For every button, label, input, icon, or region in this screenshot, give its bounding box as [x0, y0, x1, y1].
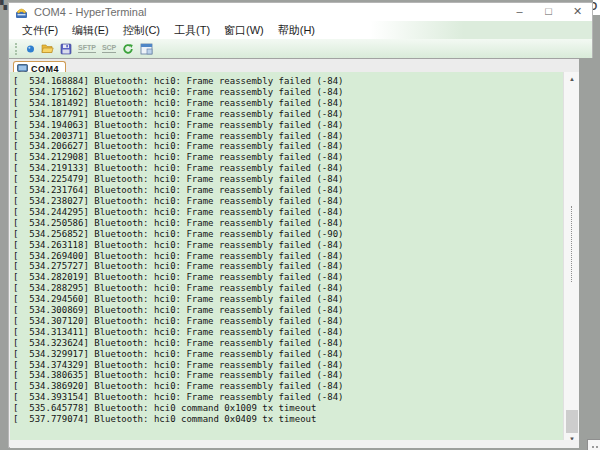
- vertical-scrollbar[interactable]: ▲ ▼: [563, 72, 579, 447]
- desktop: ▚ D COM4 - HyperTerminal – □ ✕ 文件(F)编辑(E…: [0, 0, 600, 450]
- toolbar: SFTP SCP: [9, 39, 592, 58]
- maximize-button[interactable]: □: [534, 3, 563, 21]
- terminal-line: [ 534.250586] Bluetooth: hci0: Frame rea…: [13, 218, 563, 229]
- background-window-fragment: [587, 439, 600, 450]
- terminal-line: [ 534.329917] Bluetooth: hci0: Frame rea…: [13, 349, 563, 360]
- scrollbar-thumb[interactable]: [566, 410, 578, 433]
- menu-item[interactable]: 工具(T): [167, 21, 217, 39]
- terminal-line: [ 534.187791] Bluetooth: hci0: Frame rea…: [13, 109, 563, 120]
- terminal-line: [ 534.256852] Bluetooth: hci0: Frame rea…: [13, 229, 563, 240]
- sftp-button[interactable]: SFTP: [78, 44, 96, 53]
- terminal-line: [ 534.212908] Bluetooth: hci0: Frame rea…: [13, 152, 563, 163]
- terminal-line: [ 534.238027] Bluetooth: hci0: Frame rea…: [13, 196, 563, 207]
- save-floppy-icon[interactable]: [57, 41, 75, 57]
- menu-item[interactable]: 窗口(W): [217, 21, 271, 39]
- menu-item[interactable]: 帮助(H): [271, 21, 322, 39]
- toolbar-grip[interactable]: [15, 43, 18, 55]
- session-window-icon[interactable]: [137, 41, 156, 57]
- terminal-line: [ 534.288295] Bluetooth: hci0: Frame rea…: [13, 283, 563, 294]
- terminal-line: [ 537.779074] Bluetooth: hci0 command 0x…: [13, 414, 563, 425]
- menu-item[interactable]: 文件(F): [15, 21, 65, 39]
- open-folder-icon[interactable]: [38, 41, 57, 57]
- terminal-line: [ 534.386920] Bluetooth: hci0: Frame rea…: [13, 381, 563, 392]
- terminal-line: [ 534.269400] Bluetooth: hci0: Frame rea…: [13, 251, 563, 262]
- app-icon: [15, 6, 28, 19]
- terminal-line: [ 534.393154] Bluetooth: hci0: Frame rea…: [13, 392, 563, 403]
- scrollbar-marks: [571, 206, 572, 282]
- minimize-button[interactable]: –: [505, 3, 534, 21]
- terminal-line: [ 534.300869] Bluetooth: hci0: Frame rea…: [13, 305, 563, 316]
- scp-button[interactable]: SCP: [102, 44, 116, 53]
- terminal-line: [ 534.206627] Bluetooth: hci0: Frame rea…: [13, 141, 563, 152]
- window-controls: – □ ✕: [505, 3, 592, 21]
- menu-bar: 文件(F)编辑(E)控制(C)工具(T)窗口(W)帮助(H): [9, 21, 592, 39]
- hyperterminal-window: COM4 - HyperTerminal – □ ✕ 文件(F)编辑(E)控制(…: [8, 2, 593, 448]
- terminal-line: [ 534.181492] Bluetooth: hci0: Frame rea…: [13, 98, 563, 109]
- terminal-line: [ 534.263118] Bluetooth: hci0: Frame rea…: [13, 240, 563, 251]
- terminal-line: [ 534.244295] Bluetooth: hci0: Frame rea…: [13, 207, 563, 218]
- window-bottom-strip: [10, 440, 579, 448]
- background-window-fragment: ▚: [0, 0, 8, 10]
- background-window-fragment: D: [593, 0, 600, 15]
- terminal-line: [ 534.194063] Bluetooth: hci0: Frame rea…: [13, 120, 563, 131]
- window-title: COM4 - HyperTerminal: [34, 6, 146, 18]
- terminal-line: [ 534.175162] Bluetooth: hci0: Frame rea…: [13, 87, 563, 98]
- terminal-line: [ 534.231764] Bluetooth: hci0: Frame rea…: [13, 185, 563, 196]
- scroll-up-icon[interactable]: ▲: [564, 72, 580, 86]
- terminal-output[interactable]: [ 534.168884] Bluetooth: hci0: Frame rea…: [10, 72, 563, 440]
- terminal-line: [ 534.168884] Bluetooth: hci0: Frame rea…: [13, 76, 563, 87]
- terminal-line: [ 534.200371] Bluetooth: hci0: Frame rea…: [13, 131, 563, 142]
- terminal-line: [ 534.374329] Bluetooth: hci0: Frame rea…: [13, 360, 563, 371]
- terminal-line: [ 534.225479] Bluetooth: hci0: Frame rea…: [13, 174, 563, 185]
- terminal-line: [ 534.294560] Bluetooth: hci0: Frame rea…: [13, 294, 563, 305]
- window-dead-space: [579, 58, 593, 448]
- close-button[interactable]: ✕: [563, 3, 592, 21]
- title-bar[interactable]: COM4 - HyperTerminal – □ ✕: [9, 3, 592, 21]
- terminal-line: [ 534.275727] Bluetooth: hci0: Frame rea…: [13, 261, 563, 272]
- connect-ball-icon[interactable]: [23, 41, 38, 57]
- reconnect-refresh-icon[interactable]: [119, 41, 137, 57]
- terminal-line: [ 534.323624] Bluetooth: hci0: Frame rea…: [13, 338, 563, 349]
- menu-item[interactable]: 编辑(E): [65, 21, 116, 39]
- terminal-line: [ 534.219133] Bluetooth: hci0: Frame rea…: [13, 163, 563, 174]
- terminal-line: [ 534.313411] Bluetooth: hci0: Frame rea…: [13, 327, 563, 338]
- terminal-line: [ 535.645778] Bluetooth: hci0 command 0x…: [13, 403, 563, 414]
- menu-item[interactable]: 控制(C): [116, 21, 167, 39]
- terminal-line: [ 534.380635] Bluetooth: hci0: Frame rea…: [13, 370, 563, 381]
- terminal-line: [ 534.307120] Bluetooth: hci0: Frame rea…: [13, 316, 563, 327]
- terminal-line: [ 534.282019] Bluetooth: hci0: Frame rea…: [13, 272, 563, 283]
